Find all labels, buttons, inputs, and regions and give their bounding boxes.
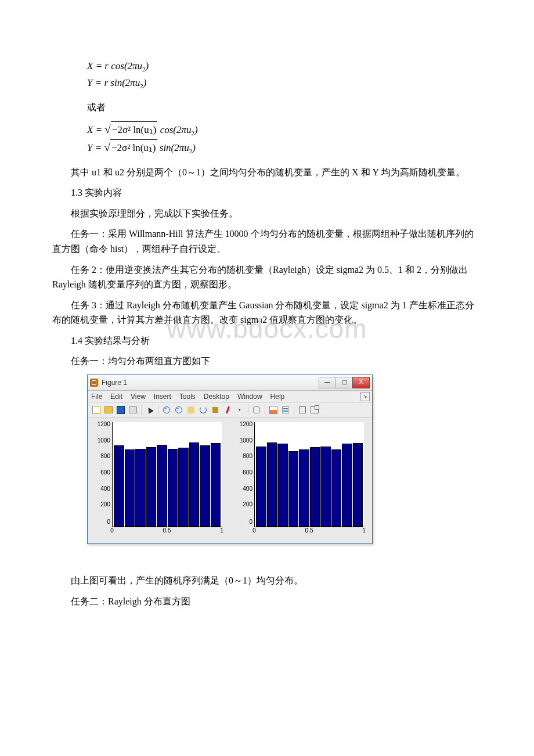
bar xyxy=(211,443,221,527)
menu-desktop[interactable]: Desktop xyxy=(204,393,229,401)
subplot-1: 0 200 400 600 800 1000 1200 0 0.5 1 xyxy=(93,422,224,535)
bar xyxy=(178,448,189,527)
menu-view[interactable]: View xyxy=(131,393,146,401)
bar xyxy=(189,442,200,527)
separator xyxy=(158,405,158,415)
task-1: 任务一：采用 Willmann-Hill 算法产生 10000 个均匀分布的随机… xyxy=(52,226,482,256)
task-3: 任务 3：通过 Rayleigh 分布随机变量产生 Gaussian 分布随机变… xyxy=(52,298,482,327)
x-tick-labels-1: 0 0.5 1 xyxy=(112,527,222,535)
show-tools-icon[interactable] xyxy=(309,405,320,415)
text-or: 或者 xyxy=(87,100,482,115)
heading-1-4: 1.4 实验结果与分析 xyxy=(52,333,482,348)
bar xyxy=(267,442,277,527)
menu-help[interactable]: Help xyxy=(270,393,285,401)
bars-2 xyxy=(255,422,364,527)
close-button[interactable]: X xyxy=(352,377,370,388)
link-icon[interactable] xyxy=(251,405,262,415)
bar xyxy=(135,449,146,527)
paragraph-intro: 其中 u1 和 u2 分别是两个（0～1）之间均匀分布的随机变量，产生的 X 和… xyxy=(52,165,482,180)
app-icon xyxy=(90,379,98,387)
pan-icon[interactable] xyxy=(186,405,196,415)
y-tick-labels-1: 0 200 400 600 800 1000 1200 xyxy=(94,422,111,527)
menubar: File Edit View Insert Tools Desktop Wind… xyxy=(88,391,372,403)
matlab-figure-window: Figure 1 — ▢ X File Edit View Insert Too… xyxy=(87,375,373,544)
bar xyxy=(277,444,288,527)
titlebar[interactable]: Figure 1 — ▢ X xyxy=(88,375,372,391)
bar xyxy=(256,447,266,527)
bars-1 xyxy=(113,422,222,527)
bar xyxy=(299,449,309,527)
toolbar: ▾ xyxy=(88,403,372,417)
menu-edit[interactable]: Edit xyxy=(110,393,122,401)
menu-insert[interactable]: Insert xyxy=(154,393,171,401)
edit-plot-icon[interactable] xyxy=(145,405,155,415)
new-icon[interactable] xyxy=(91,405,102,415)
bar xyxy=(353,443,363,527)
paragraph-2: 根据实验原理部分，完成以下实验任务。 xyxy=(52,206,482,221)
maximize-button[interactable]: ▢ xyxy=(335,377,353,388)
bar xyxy=(125,449,135,527)
bar xyxy=(320,447,331,527)
colorbar-icon[interactable] xyxy=(268,405,279,415)
zoom-in-icon[interactable] xyxy=(161,405,172,415)
data-cursor-icon[interactable] xyxy=(210,405,221,415)
y-tick-labels-2: 0 200 400 600 800 1000 1200 xyxy=(236,422,254,527)
plot-area: 0 200 400 600 800 1000 1200 0 0.5 1 xyxy=(88,417,372,543)
window-title: Figure 1 xyxy=(102,379,319,387)
bar xyxy=(168,449,178,527)
print-icon[interactable] xyxy=(128,405,138,415)
task-2: 任务 2：使用逆变换法产生其它分布的随机变量（Rayleigh）设定 sigma… xyxy=(52,262,482,292)
dock-anchor-icon[interactable]: ↘ xyxy=(360,392,370,401)
bar xyxy=(200,445,210,527)
separator xyxy=(265,405,265,415)
menu-tools[interactable]: Tools xyxy=(179,393,196,401)
result-2-label: 任务二：Rayleigh 分布直方图 xyxy=(52,594,482,609)
bar xyxy=(342,444,352,527)
axes-2[interactable]: 0 200 400 600 800 1000 1200 xyxy=(254,422,364,527)
open-icon[interactable] xyxy=(103,405,114,415)
dropdown-icon[interactable]: ▾ xyxy=(234,405,245,415)
zoom-out-icon[interactable] xyxy=(174,405,184,415)
separator xyxy=(248,405,248,415)
bar xyxy=(114,445,124,527)
separator xyxy=(141,405,142,415)
brush-icon[interactable] xyxy=(222,405,233,415)
equation-block-2: X = √−2σ² ln(u₁) cos(2πu2) Y = √−2σ² ln(… xyxy=(87,121,482,157)
minimize-button[interactable]: — xyxy=(319,377,336,388)
document-page: X = r cos(2πu2) Y = r sin(2πu2) 或者 X = √… xyxy=(0,0,534,649)
separator xyxy=(294,405,294,415)
equation-block-1: X = r cos(2πu2) Y = r sin(2πu2) xyxy=(87,58,482,92)
x-tick-labels-2: 0 0.5 1 xyxy=(254,527,364,535)
bar xyxy=(157,445,167,527)
heading-1-3: 1.3 实验内容 xyxy=(52,185,482,200)
menu-window[interactable]: Window xyxy=(237,393,262,401)
rotate-icon[interactable] xyxy=(198,405,208,415)
bar xyxy=(288,451,299,527)
bar xyxy=(146,447,157,527)
axes-1[interactable]: 0 200 400 600 800 1000 1200 xyxy=(112,422,222,527)
bar xyxy=(310,447,320,527)
legend-icon[interactable] xyxy=(280,405,291,415)
result-1-label: 任务一：均匀分布两组直方图如下 xyxy=(52,354,482,369)
conclusion: 由上图可看出，产生的随机序列满足（0～1）均匀分布。 xyxy=(52,573,482,588)
menu-file[interactable]: File xyxy=(91,393,102,401)
save-icon[interactable] xyxy=(116,405,126,415)
subplot-2: 0 200 400 600 800 1000 1200 0 0.5 1 xyxy=(236,422,366,535)
hide-tools-icon[interactable] xyxy=(297,405,308,415)
bar xyxy=(331,449,342,527)
